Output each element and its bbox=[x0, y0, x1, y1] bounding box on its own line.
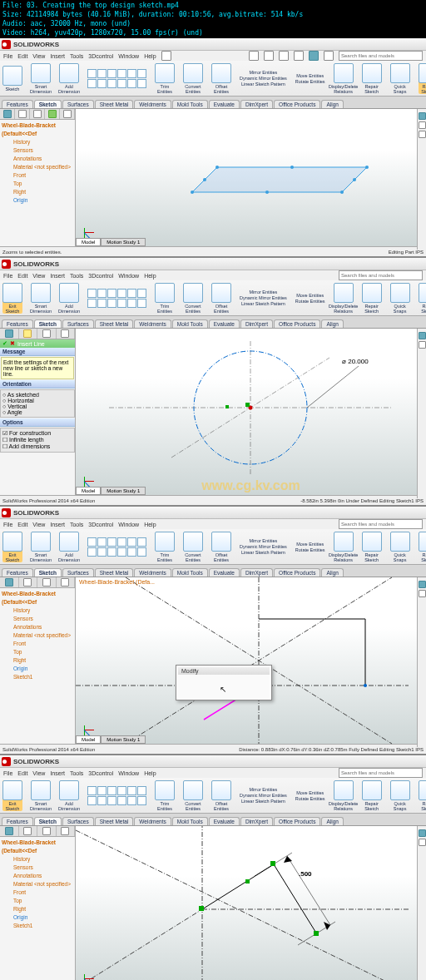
menu-bar-3[interactable]: FileEditViewInsertTools3DcontrolWindowHe… bbox=[0, 519, 426, 529]
tree-root[interactable]: Wheel-Blade-Bracket (Default<<Def bbox=[2, 121, 73, 138]
menu-window[interactable]: Window bbox=[118, 53, 139, 59]
tree-right[interactable]: Right bbox=[2, 905, 73, 913]
linear-btn[interactable]: Linear Sketch Pattern bbox=[241, 82, 285, 87]
arc-icon[interactable] bbox=[117, 537, 126, 547]
menu-insert[interactable]: Insert bbox=[50, 770, 65, 776]
viewport-1[interactable]: Model Motion Study 1 bbox=[76, 109, 426, 246]
move-btn[interactable]: Move Entities bbox=[296, 293, 324, 298]
tab-features[interactable]: Features bbox=[2, 817, 33, 825]
tree-front[interactable]: Front bbox=[2, 171, 73, 180]
tree-material[interactable]: Material <not specified> bbox=[2, 163, 73, 171]
right-quick-tabs[interactable] bbox=[417, 329, 426, 498]
menu-bar[interactable]: File Edit View Insert Tools 3Dcontrol Wi… bbox=[0, 51, 426, 61]
tab-mold[interactable]: Mold Tools bbox=[172, 817, 208, 825]
menu-view[interactable]: View bbox=[32, 53, 45, 59]
ellipse-icon[interactable] bbox=[97, 299, 106, 308]
tree-history[interactable]: History bbox=[2, 138, 73, 146]
tree-sensors[interactable]: Sensors bbox=[2, 615, 73, 623]
new-icon[interactable] bbox=[249, 51, 259, 61]
tab-evaluate[interactable]: Evaluate bbox=[209, 319, 240, 328]
smart-dim-button[interactable]: Smart Dimension bbox=[31, 532, 51, 562]
viewport-2[interactable]: ⌀ 20.000 *Top www.cg.kv.com ModelMotion … bbox=[76, 329, 426, 495]
tree-root[interactable]: Wheel-Blade-Bracket (Default<<Def bbox=[2, 839, 73, 855]
menu-edit[interactable]: Edit bbox=[17, 53, 27, 59]
tree-material[interactable]: Material <not specified> bbox=[2, 880, 73, 888]
sb-fm-tab[interactable] bbox=[0, 329, 19, 339]
ellipse-icon[interactable] bbox=[97, 547, 106, 557]
quick-button[interactable]: Quick Snaps bbox=[390, 780, 410, 811]
menu-3dcontrol[interactable]: 3Dcontrol bbox=[88, 770, 113, 776]
tree-top[interactable]: Top bbox=[2, 648, 73, 656]
menu-insert[interactable]: Insert bbox=[50, 53, 65, 59]
rq-b-icon[interactable] bbox=[419, 341, 426, 349]
opt-angle[interactable]: ○ Angle bbox=[2, 409, 72, 415]
cmd-tabs[interactable]: Features Sketch Surfaces Sheet Metal Wel… bbox=[0, 97, 426, 109]
tab-surfaces[interactable]: Surfaces bbox=[62, 568, 94, 577]
tab-align[interactable]: Align bbox=[321, 319, 343, 328]
trim-button[interactable]: Trim Entities bbox=[155, 283, 175, 314]
menu-window[interactable]: Window bbox=[118, 770, 139, 776]
rapid-button[interactable]: Rapid Sketch bbox=[419, 63, 426, 94]
tab-features[interactable]: Features bbox=[2, 568, 33, 577]
modify-body[interactable]: ↖ bbox=[178, 675, 270, 698]
tab-sketch[interactable]: Sketch bbox=[34, 100, 62, 108]
fillet-icon[interactable] bbox=[107, 547, 116, 557]
chk-infinite[interactable]: ☐ Infinite length bbox=[2, 437, 72, 443]
menu-file[interactable]: File bbox=[3, 273, 12, 279]
rapid-button[interactable]: Rapid Sketch bbox=[419, 780, 426, 811]
display-rel-button[interactable]: Display/Delete Relations bbox=[334, 532, 354, 562]
tab-align[interactable]: Align bbox=[321, 100, 343, 108]
menu-tools[interactable]: Tools bbox=[70, 273, 83, 279]
menu-tools[interactable]: Tools bbox=[70, 770, 83, 776]
rq-b-icon[interactable] bbox=[419, 590, 426, 597]
plane-icon[interactable] bbox=[137, 79, 146, 88]
tree-history[interactable]: History bbox=[2, 855, 73, 864]
tab-weldments[interactable]: Weldments bbox=[134, 100, 171, 108]
poly-icon[interactable] bbox=[137, 537, 146, 547]
sb-pm-tab[interactable] bbox=[15, 109, 30, 119]
sb-dx-tab[interactable] bbox=[57, 329, 76, 339]
sb-pm-tab[interactable] bbox=[19, 577, 38, 587]
text-icon[interactable] bbox=[127, 299, 136, 308]
rect-icon[interactable] bbox=[97, 537, 106, 547]
add-dim-button[interactable]: Add Dimension bbox=[59, 780, 79, 811]
tab-office[interactable]: Office Products bbox=[274, 319, 320, 328]
opt-horizontal[interactable]: ○ Horizontal bbox=[2, 398, 72, 403]
tab-surfaces[interactable]: Surfaces bbox=[62, 319, 94, 328]
text-icon[interactable] bbox=[127, 796, 136, 805]
menu-bar-2[interactable]: FileEditViewInsertTools3DcontrolWindowHe… bbox=[0, 270, 426, 280]
repair-button[interactable]: Repair Sketch bbox=[362, 532, 382, 562]
exit-sketch-button[interactable]: Exit Sketch bbox=[2, 532, 22, 562]
cmd-tabs-4[interactable]: FeaturesSketchSurfacesSheet MetalWeldmen… bbox=[0, 814, 426, 826]
circle-icon[interactable] bbox=[107, 289, 116, 298]
tree-origin[interactable]: Origin bbox=[2, 665, 73, 673]
convert-button[interactable]: Convert Entities bbox=[183, 532, 203, 562]
tree-origin[interactable]: Origin bbox=[2, 196, 73, 205]
tab-office[interactable]: Office Products bbox=[274, 568, 320, 577]
right-quick-tabs[interactable] bbox=[417, 577, 426, 747]
menu-window[interactable]: Window bbox=[118, 522, 139, 527]
sidebar-tabs[interactable] bbox=[0, 577, 75, 588]
sketch-shapes-grid[interactable] bbox=[87, 69, 146, 88]
sb-fm-tab[interactable] bbox=[0, 109, 15, 119]
rotate-btn[interactable]: Rotate Entities bbox=[295, 796, 325, 801]
circle-icon[interactable] bbox=[107, 537, 116, 547]
tree-top[interactable]: Top bbox=[2, 180, 73, 188]
point-icon[interactable] bbox=[117, 79, 126, 88]
repair-button[interactable]: Repair Sketch bbox=[362, 780, 382, 811]
search-input[interactable] bbox=[339, 768, 423, 778]
menu-tools[interactable]: Tools bbox=[70, 53, 83, 59]
sketch-shapes-grid[interactable] bbox=[87, 537, 146, 557]
tree-material[interactable]: Material <not specified> bbox=[2, 631, 73, 640]
tab-sketch[interactable]: Sketch bbox=[34, 319, 62, 328]
offset-button[interactable]: Offset Entities bbox=[211, 532, 231, 562]
point-icon[interactable] bbox=[117, 547, 126, 557]
add-dim-button[interactable]: Add Dimension bbox=[59, 283, 79, 314]
tab-sheetmetal[interactable]: Sheet Metal bbox=[95, 319, 134, 328]
search-input[interactable] bbox=[339, 51, 423, 61]
menu-tools[interactable]: Tools bbox=[70, 522, 83, 527]
move-btn[interactable]: Move Entities bbox=[296, 73, 324, 78]
plane-icon[interactable] bbox=[137, 299, 146, 308]
tab-mold[interactable]: Mold Tools bbox=[172, 100, 208, 108]
tree-annotations[interactable]: Annotations bbox=[2, 872, 73, 880]
